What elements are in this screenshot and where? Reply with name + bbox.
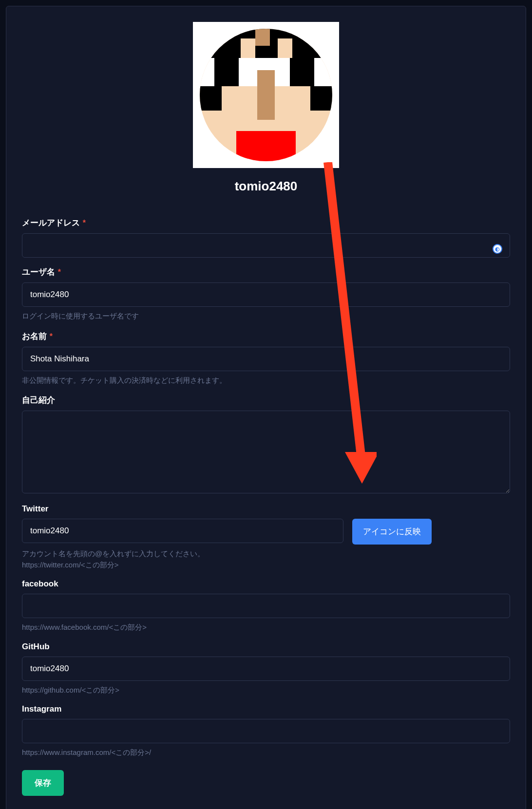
twitter-label: Twitter [22, 504, 510, 514]
name-input[interactable] [22, 347, 510, 371]
instagram-input[interactable] [22, 719, 510, 743]
password-manager-icon[interactable]: ◐ [493, 244, 502, 254]
profile-settings-panel: tomio2480 メールアドレス * ◐ ユーザ名 * ログイン時に使用するユ… [6, 6, 526, 809]
required-mark: * [83, 219, 86, 227]
facebook-label: facebook [22, 579, 510, 589]
username-display: tomio2480 [22, 179, 510, 194]
facebook-input[interactable] [22, 594, 510, 618]
facebook-help: https://www.facebook.com/<この部分> [22, 622, 510, 633]
required-mark: * [58, 268, 61, 276]
avatar-section: tomio2480 [22, 20, 510, 194]
github-help: https://github.com/<この部分> [22, 685, 510, 696]
instagram-label: Instagram [22, 704, 510, 714]
github-input[interactable] [22, 657, 510, 681]
bio-textarea[interactable] [22, 411, 510, 493]
instagram-help: https://www.instagram.com/<この部分>/ [22, 747, 510, 758]
avatar-image[interactable] [193, 22, 339, 168]
form-group-name: お名前 * 非公開情報です。チケット購入の決済時などに利用されます。 [22, 331, 510, 386]
name-help: 非公開情報です。チケット購入の決済時などに利用されます。 [22, 375, 510, 386]
twitter-input[interactable] [22, 519, 343, 543]
name-label: お名前 * [22, 331, 510, 342]
form-group-username: ユーザ名 * ログイン時に使用するユーザ名です [22, 266, 510, 322]
form-group-github: GitHub https://github.com/<この部分> [22, 642, 510, 696]
username-input[interactable] [22, 282, 510, 307]
save-button[interactable]: 保存 [22, 770, 64, 796]
email-input[interactable] [22, 233, 510, 258]
required-mark: * [50, 332, 53, 340]
form-group-twitter: Twitter アイコンに反映 アカウント名を先頭の@を入れずに入力してください… [22, 504, 510, 570]
username-label: ユーザ名 * [22, 266, 510, 278]
bio-label: 自己紹介 [22, 395, 510, 406]
form-group-email: メールアドレス * [22, 217, 510, 258]
email-label: メールアドレス * [22, 217, 510, 228]
form-group-bio: 自己紹介 [22, 395, 510, 495]
github-label: GitHub [22, 642, 510, 652]
form-group-facebook: facebook https://www.facebook.com/<この部分> [22, 579, 510, 633]
reflect-icon-button[interactable]: アイコンに反映 [352, 519, 432, 545]
form-group-instagram: Instagram https://www.instagram.com/<この部… [22, 704, 510, 758]
username-help: ログイン時に使用するユーザ名です [22, 311, 510, 322]
twitter-help: アカウント名を先頭の@を入れずに入力してください。 https://twitte… [22, 548, 510, 570]
